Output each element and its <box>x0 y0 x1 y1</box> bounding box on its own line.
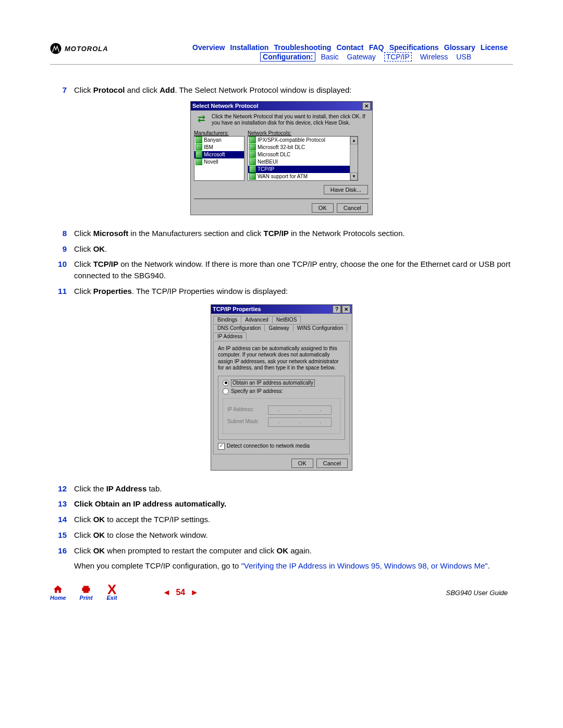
print-icon <box>80 584 92 595</box>
instruction-list: 7 Click Protocol and click Add. The Sele… <box>50 84 513 572</box>
print-button[interactable]: Print <box>80 584 93 601</box>
help-icon[interactable]: ? <box>333 305 341 313</box>
logo: MOTOROLA <box>50 43 108 54</box>
vendor-icon <box>195 151 202 158</box>
subnav-usb[interactable]: USB <box>456 53 471 61</box>
nav-configuration[interactable]: Configuration: <box>260 52 315 61</box>
sub-nav: Configuration: Basic Gateway TCP/IP Wire… <box>192 53 513 61</box>
subnav-gateway[interactable]: Gateway <box>347 53 376 61</box>
scroll-down-icon[interactable]: ▼ <box>350 172 358 180</box>
list-item: Banyan <box>194 137 244 144</box>
detect-connection-checkbox[interactable]: ✓ Detect connection to network media <box>218 443 345 450</box>
ok-button[interactable]: OK <box>291 459 313 468</box>
subnet-mask-input[interactable]: ... <box>268 417 332 427</box>
tcpip-properties-dialog: TCP/IP Properties ? ✕ Bindings Advanced … <box>211 304 352 471</box>
subnet-mask-label: Subnet Mask: <box>227 418 264 425</box>
close-icon[interactable]: ✕ <box>342 305 350 313</box>
prev-page-button[interactable]: ◄ <box>163 588 171 597</box>
next-page-button[interactable]: ► <box>190 588 199 597</box>
radio-specify[interactable]: Specify an IP address: <box>223 388 340 395</box>
nav-specifications[interactable]: Specifications <box>389 43 439 52</box>
subnav-wireless[interactable]: Wireless <box>420 53 448 61</box>
step-12-text: Click the IP Address tab. <box>74 483 513 495</box>
exit-button[interactable]: X Exit <box>106 584 118 601</box>
guide-title: SBG940 User Guide <box>199 589 513 597</box>
protocols-label: Network Protocols: <box>248 130 358 136</box>
protocols-listbox[interactable]: IPX/SPX-compatible Protocol Microsoft 32… <box>248 136 358 181</box>
scroll-up-icon[interactable]: ▲ <box>350 137 358 144</box>
nav-overview[interactable]: Overview <box>192 43 225 52</box>
page-number: 54 <box>176 588 185 597</box>
protocol-icon <box>249 137 256 143</box>
tab-gateway[interactable]: Gateway <box>264 324 293 331</box>
nav-license[interactable]: License <box>481 43 508 52</box>
motorola-logo-icon <box>50 43 62 54</box>
cancel-button[interactable]: Cancel <box>337 203 368 213</box>
nav-contact[interactable]: Contact <box>336 43 363 52</box>
tab-wins[interactable]: WINS Configuration <box>293 324 347 331</box>
tab-dns[interactable]: DNS Configuration <box>213 324 265 331</box>
vendor-icon <box>195 158 202 165</box>
step-15-text: Click OK to close the Network window. <box>74 529 513 541</box>
page-footer: Home Print X Exit ◄ 54 ► SBG940 User Gui… <box>50 584 513 601</box>
step-7-text: Click Protocol and click Add. The Select… <box>74 84 513 96</box>
vendor-icon <box>195 144 202 151</box>
ip-address-input[interactable]: ... <box>268 405 332 415</box>
list-item: Novell <box>194 158 244 166</box>
list-item: IPX/SPX-compatible Protocol <box>248 137 358 144</box>
list-item: IBM <box>194 144 244 151</box>
nav-faq[interactable]: FAQ <box>369 43 384 52</box>
svg-point-0 <box>50 43 61 54</box>
tab-ipaddress[interactable]: IP Address <box>213 332 247 340</box>
network-icon: ⇄ <box>194 114 209 126</box>
tabstrip: Bindings Advanced NetBIOS DNS Configurat… <box>211 314 352 341</box>
dialog2-title: TCP/IP Properties <box>213 306 261 312</box>
radio-dot-icon <box>223 388 229 394</box>
dialog2-blurb: An IP address can be automatically assig… <box>218 346 345 372</box>
top-nav: Overview Installation Troubleshooting Co… <box>192 43 513 52</box>
list-item: WAN support for ATM <box>248 173 358 180</box>
ok-button[interactable]: OK <box>312 203 334 213</box>
step-12: 12 Click the IP Address tab. <box>50 483 513 495</box>
manufacturers-label: Manufacturers: <box>194 130 244 136</box>
tab-netbios[interactable]: NetBIOS <box>272 316 301 323</box>
page-nav: ◄ 54 ► <box>163 588 199 597</box>
step-13-text: Click Obtain an IP address automatically… <box>74 498 513 510</box>
nav-troubleshooting[interactable]: Troubleshooting <box>274 43 332 52</box>
step-14: 14 Click OK to accept the TCP/IP setting… <box>50 514 513 525</box>
step-16-text: Click OK when prompted to restart the co… <box>74 545 513 557</box>
list-item: Microsoft DLC <box>248 151 358 158</box>
subnav-basic[interactable]: Basic <box>321 53 338 61</box>
step-11: 11 Click Properties. The TCP/IP Properti… <box>50 286 513 297</box>
radio-obtain-auto[interactable]: Obtain an IP address automatically <box>223 379 340 387</box>
step-14-text: Click OK to accept the TCP/IP settings. <box>74 514 513 525</box>
step-9: 9 Click OK. <box>50 243 513 255</box>
list-item-selected: Microsoft <box>194 151 244 158</box>
ip-address-label: IP Address: <box>227 406 264 413</box>
have-disk-button[interactable]: Have Disk... <box>324 185 368 194</box>
verify-ip-link[interactable]: "Verifying the IP Address in Windows 95,… <box>241 561 487 570</box>
cancel-button[interactable]: Cancel <box>316 459 348 468</box>
specify-ip-group: IP Address: ... Subnet Mask: ... <box>223 398 340 434</box>
logo-text: MOTOROLA <box>65 45 108 53</box>
close-icon[interactable]: ✕ <box>362 102 371 110</box>
home-button[interactable]: Home <box>50 584 66 601</box>
tab-advanced[interactable]: Advanced <box>241 316 272 323</box>
nav-glossary[interactable]: Glossary <box>444 43 475 52</box>
step-10: 10 Click TCP/IP on the Network window. I… <box>50 258 513 281</box>
dialog1-info-text: Click the Network Protocol that you want… <box>212 114 369 126</box>
svg-rect-3 <box>83 591 89 593</box>
checkbox-icon: ✓ <box>218 443 225 450</box>
step-11-text: Click Properties. The TCP/IP Properties … <box>74 286 513 297</box>
select-network-protocol-dialog: Select Network Protocol ✕ ⇄ Click the Ne… <box>190 101 373 215</box>
step-13: 13 Click Obtain an IP address automatica… <box>50 498 513 510</box>
manufacturers-listbox[interactable]: Banyan IBM Microsoft Novell <box>194 136 244 181</box>
tab-bindings[interactable]: Bindings <box>213 316 241 323</box>
svg-rect-1 <box>82 588 90 591</box>
subnav-tcpip[interactable]: TCP/IP <box>384 52 412 61</box>
radio-dot-icon <box>223 380 229 386</box>
scrollbar[interactable]: ▲ ▼ <box>350 137 358 180</box>
svg-rect-2 <box>83 586 89 588</box>
protocol-icon <box>249 173 256 180</box>
nav-installation[interactable]: Installation <box>230 43 269 52</box>
